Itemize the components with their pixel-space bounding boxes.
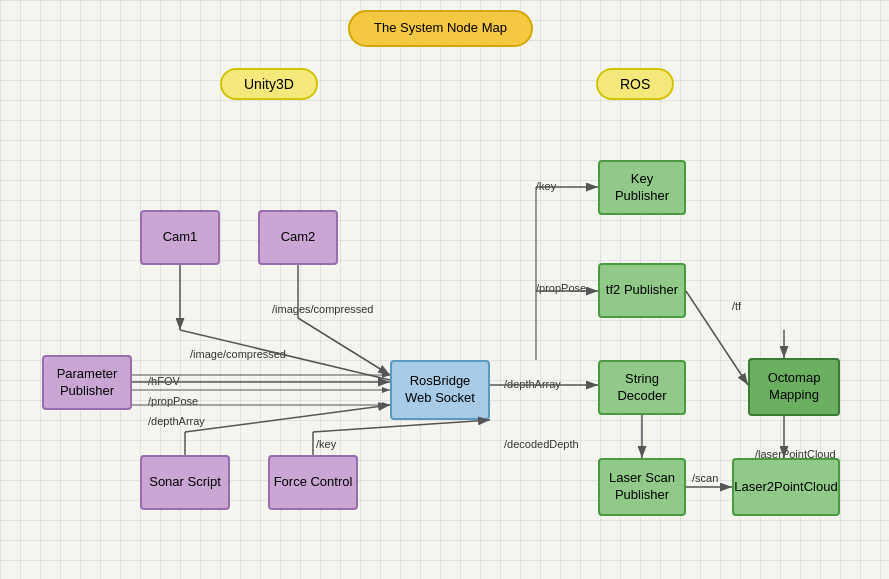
force-control-node: Force Control (268, 455, 358, 510)
rosbridge-node: RosBridge Web Socket (390, 360, 490, 420)
laser-scan-publisher-node: Laser Scan Publisher (598, 458, 686, 516)
laser2pointcloud-node: Laser2PointCloud (732, 458, 840, 516)
octomap-mapping-node: Octomap Mapping (748, 358, 840, 416)
param-publisher-node: Parameter Publisher (42, 355, 132, 410)
section-unity3d: Unity3D (220, 68, 318, 100)
label-deptharray-right: /depthArray (504, 378, 561, 390)
label-key-top: /key (536, 180, 556, 192)
title-badge: The System Node Map (348, 10, 533, 47)
label-scan: /scan (692, 472, 718, 484)
title-text: The System Node Map (374, 20, 507, 37)
key-publisher-node: Key Publisher (598, 160, 686, 215)
tf2-publisher-node: tf2 Publisher (598, 263, 686, 318)
label-tf: /tf (732, 300, 741, 312)
section-ros: ROS (596, 68, 674, 100)
label-proppose-top: /propPose (536, 282, 586, 294)
label-decodeddepth: /decodedDepth (504, 438, 579, 450)
cam2-node: Cam2 (258, 210, 338, 265)
diagram: The System Node Map Unity3D ROS Cam1 Cam… (0, 0, 889, 579)
cam1-node: Cam1 (140, 210, 220, 265)
svg-line-10 (185, 405, 390, 432)
label-proppose-bottom: /propPose (148, 395, 198, 407)
label-key-bottom: /key (316, 438, 336, 450)
label-laserpointcloud: /laserPointCloud (755, 448, 836, 460)
string-decoder-node: String Decoder (598, 360, 686, 415)
label-image-compressed: /image/compressed (190, 348, 286, 360)
sonar-script-node: Sonar Script (140, 455, 230, 510)
label-hfov: /hFOV (148, 375, 180, 387)
label-images-compressed: /images/compressed (272, 303, 374, 315)
svg-line-4 (298, 318, 390, 375)
svg-line-12 (313, 420, 490, 432)
label-deptharray-left: /depthArray (148, 415, 205, 427)
